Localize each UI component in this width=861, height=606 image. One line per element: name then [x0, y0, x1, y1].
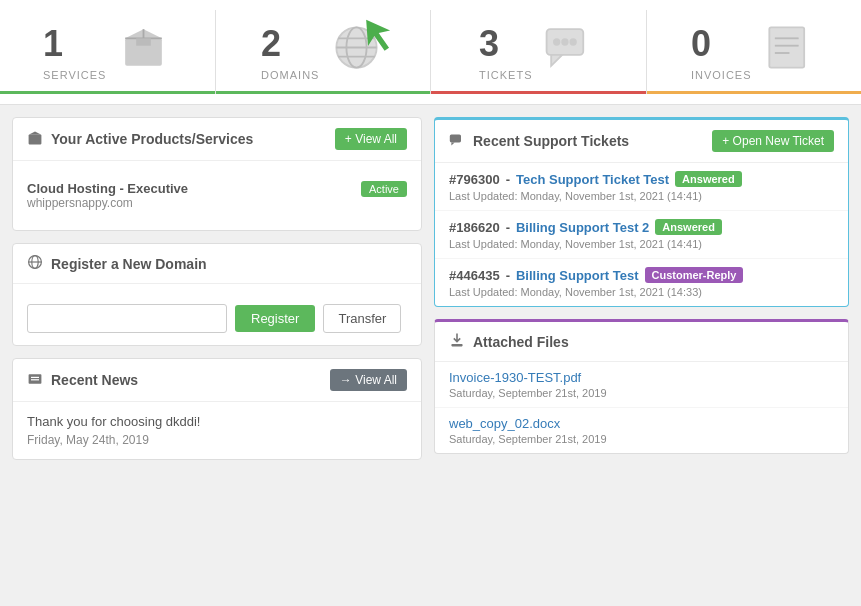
- svg-rect-30: [451, 344, 462, 346]
- news-date: Friday, May 24th, 2019: [27, 433, 407, 447]
- ticket-id-0: #796300: [449, 172, 500, 187]
- svg-marker-21: [29, 131, 42, 134]
- ticket-separator-2: -: [506, 268, 510, 283]
- active-products-body: Cloud Hosting - Executive whippersnappy.…: [13, 161, 421, 230]
- ticket-id-1: #186620: [449, 220, 500, 235]
- domains-label: DOMAINS: [261, 69, 319, 81]
- svg-marker-12: [552, 55, 563, 66]
- svg-point-14: [563, 39, 569, 45]
- file-name-1: web_copy_02.docx: [449, 416, 834, 431]
- svg-rect-28: [450, 134, 461, 142]
- attached-files-title: Attached Files: [473, 334, 569, 350]
- attached-files-card: Attached Files Invoice-1930-TEST.pdf Sat…: [434, 319, 849, 454]
- register-button[interactable]: Register: [235, 305, 315, 332]
- recent-news-title: Recent News: [51, 372, 138, 388]
- stat-services[interactable]: 1 SERVICES: [0, 10, 216, 94]
- ticket-name-0: Tech Support Ticket Test: [516, 172, 669, 187]
- view-all-news-button[interactable]: → View All: [330, 369, 407, 391]
- service-status-badge: Active: [361, 181, 407, 197]
- stats-bar: 1 SERVICES 2 DOMAINS: [0, 0, 861, 105]
- open-new-ticket-button[interactable]: + Open New Ticket: [712, 130, 834, 152]
- register-domain-title: Register a New Domain: [51, 256, 207, 272]
- svg-marker-29: [451, 142, 454, 145]
- services-label: SERVICES: [43, 69, 106, 81]
- active-products-header: Your Active Products/Services + View All: [13, 118, 421, 161]
- active-products-card: Your Active Products/Services + View All…: [12, 117, 422, 231]
- tickets-chat-icon: [449, 132, 465, 151]
- ticket-updated-0: Last Updated: Monday, November 1st, 2021…: [449, 190, 834, 202]
- tickets-label: TICKETS: [479, 69, 532, 81]
- green-arrow-icon: [354, 12, 399, 57]
- ticket-updated-2: Last Updated: Monday, November 1st, 2021…: [449, 286, 834, 298]
- files-list: Invoice-1930-TEST.pdf Saturday, Septembe…: [435, 362, 848, 453]
- tickets-underline: [431, 91, 646, 94]
- main-content: Your Active Products/Services + View All…: [0, 105, 861, 472]
- ticket-status-badge-0: Answered: [675, 171, 742, 187]
- service-domain: whippersnappy.com: [27, 196, 188, 210]
- recent-tickets-card: Recent Support Tickets + Open New Ticket…: [434, 117, 849, 307]
- domains-count: 2: [261, 23, 309, 65]
- svg-rect-16: [769, 27, 804, 67]
- service-item: Cloud Hosting - Executive whippersnappy.…: [27, 173, 407, 218]
- ticket-status-badge-2: Customer-Reply: [645, 267, 744, 283]
- news-item: Thank you for choosing dkddi! Friday, Ma…: [27, 414, 407, 447]
- ticket-separator-1: -: [506, 220, 510, 235]
- tickets-count: 3: [479, 23, 522, 65]
- file-item-1[interactable]: web_copy_02.docx Saturday, September 21s…: [435, 408, 848, 453]
- register-domain-body: Register Transfer: [13, 284, 421, 345]
- ticket-separator-0: -: [506, 172, 510, 187]
- ticket-item-2[interactable]: #446435 - Billing Support Test Customer-…: [435, 259, 848, 306]
- domain-search-input[interactable]: [27, 304, 227, 333]
- products-icon: [27, 130, 43, 149]
- tickets-list: #796300 - Tech Support Ticket Test Answe…: [435, 163, 848, 306]
- chat-icon: [542, 20, 597, 84]
- left-column: Your Active Products/Services + View All…: [12, 117, 422, 460]
- stat-invoices[interactable]: 0 INVOICES: [647, 10, 862, 94]
- ticket-updated-1: Last Updated: Monday, November 1st, 2021…: [449, 238, 834, 250]
- domain-icon: [27, 254, 43, 273]
- tickets-header: Recent Support Tickets + Open New Ticket: [435, 120, 848, 163]
- invoice-icon: [762, 20, 817, 84]
- ticket-item-1[interactable]: #186620 - Billing Support Test 2 Answere…: [435, 211, 848, 259]
- svg-point-15: [571, 39, 577, 45]
- svg-point-13: [554, 39, 560, 45]
- services-count: 1: [43, 23, 96, 65]
- recent-news-body: Thank you for choosing dkddi! Friday, Ma…: [13, 402, 421, 459]
- file-date-1: Saturday, September 21st, 2019: [449, 433, 834, 445]
- invoices-count: 0: [691, 23, 742, 65]
- service-name: Cloud Hosting - Executive: [27, 181, 188, 196]
- svg-rect-25: [29, 374, 42, 384]
- news-icon: [27, 371, 43, 390]
- news-text: Thank you for choosing dkddi!: [27, 414, 407, 429]
- globe-icon: [329, 20, 384, 84]
- file-date-0: Saturday, September 21st, 2019: [449, 387, 834, 399]
- stat-tickets[interactable]: 3 TICKETS: [431, 10, 647, 94]
- file-item-0[interactable]: Invoice-1930-TEST.pdf Saturday, Septembe…: [435, 362, 848, 408]
- ticket-name-1: Billing Support Test 2: [516, 220, 649, 235]
- transfer-button[interactable]: Transfer: [323, 304, 401, 333]
- ticket-status-badge-1: Answered: [655, 219, 722, 235]
- svg-rect-4: [137, 38, 152, 45]
- download-icon: [449, 332, 465, 351]
- ticket-name-2: Billing Support Test: [516, 268, 639, 283]
- invoices-underline: [647, 91, 862, 94]
- view-all-products-button[interactable]: + View All: [335, 128, 407, 150]
- box-icon: [116, 20, 171, 84]
- tickets-title: Recent Support Tickets: [473, 133, 629, 149]
- services-underline: [0, 91, 215, 94]
- register-domain-header: Register a New Domain: [13, 244, 421, 284]
- right-column: Recent Support Tickets + Open New Ticket…: [434, 117, 849, 460]
- invoices-label: INVOICES: [691, 69, 752, 81]
- domains-underline: [216, 91, 431, 94]
- file-name-0: Invoice-1930-TEST.pdf: [449, 370, 834, 385]
- svg-rect-20: [29, 134, 42, 144]
- ticket-id-2: #446435: [449, 268, 500, 283]
- recent-news-card: Recent News → View All Thank you for cho…: [12, 358, 422, 460]
- ticket-item-0[interactable]: #796300 - Tech Support Ticket Test Answe…: [435, 163, 848, 211]
- register-domain-card: Register a New Domain Register Transfer: [12, 243, 422, 346]
- attached-files-header: Attached Files: [435, 322, 848, 362]
- stat-domains[interactable]: 2 DOMAINS: [216, 10, 432, 94]
- active-products-title: Your Active Products/Services: [51, 131, 253, 147]
- svg-marker-10: [356, 12, 399, 57]
- recent-news-header: Recent News → View All: [13, 359, 421, 402]
